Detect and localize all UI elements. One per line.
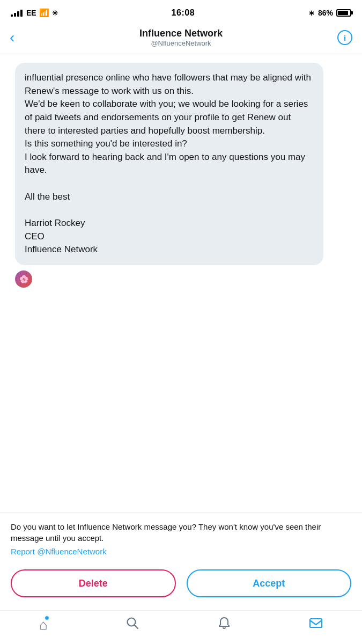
tab-search[interactable] xyxy=(125,616,139,633)
status-right: ∗ 86% xyxy=(308,9,351,17)
report-link[interactable]: Report @NfluenceNetwork xyxy=(11,547,107,556)
activity-icon: ✳ xyxy=(52,9,58,17)
avatar: 🌸 xyxy=(15,270,32,288)
nav-subtitle: @NfluenceNetwork xyxy=(151,39,211,47)
search-icon xyxy=(125,616,139,633)
messages-icon xyxy=(309,616,323,633)
message-area: influential presence online who have fol… xyxy=(0,54,362,512)
nav-title-container: Influence Network @NfluenceNetwork xyxy=(139,28,223,47)
carrier-label: EE xyxy=(26,9,36,17)
nav-title: Influence Network xyxy=(139,28,223,39)
signal-bars-icon xyxy=(11,10,23,17)
accept-button[interactable]: Accept xyxy=(187,569,352,597)
back-button[interactable]: ‹ xyxy=(10,29,31,46)
svg-rect-2 xyxy=(310,619,322,627)
action-buttons: Delete Accept xyxy=(0,562,362,610)
nav-bar: ‹ Influence Network @NfluenceNetwork i xyxy=(0,24,362,54)
nav-info: i xyxy=(331,30,352,45)
tab-bar: ⌂ xyxy=(0,610,362,644)
svg-line-1 xyxy=(134,625,138,629)
battery-icon xyxy=(336,9,351,17)
delete-button[interactable]: Delete xyxy=(11,569,176,597)
message-text: influential presence online who have fol… xyxy=(25,71,314,257)
status-bar: EE 📶 ✳ 16:08 ∗ 86% xyxy=(0,0,362,24)
notifications-icon xyxy=(217,616,231,633)
info-button[interactable]: i xyxy=(337,30,352,45)
message-request-bar: Do you want to let Influence Network mes… xyxy=(0,512,362,562)
home-notification-dot xyxy=(45,616,49,620)
sender-row: 🌸 xyxy=(15,270,352,288)
battery-fill xyxy=(338,11,348,15)
request-text: Do you want to let Influence Network mes… xyxy=(11,521,351,544)
info-icon: i xyxy=(344,33,346,42)
tab-home[interactable]: ⌂ xyxy=(39,617,48,633)
message-bubble: influential presence online who have fol… xyxy=(15,63,323,265)
avatar-icon: 🌸 xyxy=(19,275,28,283)
status-left: EE 📶 ✳ xyxy=(11,8,58,18)
back-chevron-icon: ‹ xyxy=(10,29,14,46)
bluetooth-icon: ∗ xyxy=(308,9,315,17)
tab-notifications[interactable] xyxy=(217,616,231,633)
battery-percentage: 86% xyxy=(318,9,333,17)
wifi-icon: 📶 xyxy=(39,8,49,18)
status-time: 16:08 xyxy=(172,8,195,18)
tab-messages[interactable] xyxy=(309,616,323,633)
